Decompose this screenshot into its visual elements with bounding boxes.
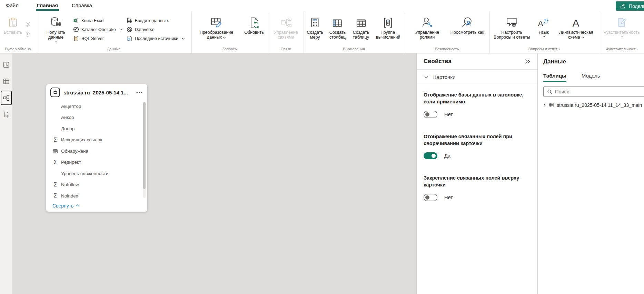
transform-data-button[interactable]: Преобразование данных bbox=[194, 14, 239, 45]
language-label: Язык bbox=[538, 30, 548, 35]
paste-icon bbox=[8, 14, 19, 28]
field-row[interactable]: Уровень вложенности bbox=[46, 168, 147, 179]
copy-button[interactable] bbox=[25, 32, 31, 38]
view-sidebar: DAX bbox=[0, 53, 12, 294]
dataverse-button[interactable]: Dataverse bbox=[127, 27, 185, 32]
sidebar-item-dax-query-view[interactable]: DAX bbox=[0, 107, 12, 122]
ribbon-group-relationships: Управление связями Связи bbox=[268, 11, 304, 53]
get-data-label: Получить данные bbox=[42, 30, 70, 40]
report-view-icon bbox=[3, 61, 10, 68]
search-input[interactable]: Поиск bbox=[543, 87, 644, 97]
ribbon-group-data: Получить данные Книга Excel bbox=[36, 11, 192, 53]
menu-home-active[interactable]: Главная bbox=[37, 2, 58, 8]
collapse-card-link[interactable]: Свернуть bbox=[46, 200, 147, 212]
dataverse-label: Dataverse bbox=[135, 27, 155, 32]
toggle-pin-related-fields[interactable] bbox=[424, 194, 437, 201]
field-row[interactable]: ΣNofollow bbox=[46, 179, 147, 191]
recent-sources-button[interactable]: Последние источники bbox=[127, 36, 185, 41]
tab-model[interactable]: Модель bbox=[582, 73, 600, 82]
qna-setup-button[interactable]: Настроить Вопросы и ответы bbox=[491, 14, 533, 45]
paste-button[interactable]: Вставить bbox=[3, 14, 23, 45]
card-scrollbar[interactable] bbox=[143, 102, 146, 198]
enter-data-button[interactable]: Введите данные. bbox=[127, 18, 185, 23]
search-icon bbox=[547, 89, 552, 94]
new-table-icon bbox=[356, 14, 367, 28]
language-button[interactable]: A Язык bbox=[535, 14, 552, 45]
new-measure-icon bbox=[310, 14, 320, 28]
dax-query-view-icon: DAX bbox=[3, 111, 10, 118]
field-row[interactable]: Анкор bbox=[46, 112, 147, 123]
properties-panel: Свойства Карточки Отображение базы данны… bbox=[416, 53, 537, 294]
new-table-button[interactable]: Создать таблицу bbox=[350, 14, 371, 45]
collapse-panel-icon[interactable] bbox=[525, 59, 531, 64]
setting-show-related-fields: Отображение связанных полей при сворачив… bbox=[424, 133, 531, 160]
collapse-label: Свернуть bbox=[52, 203, 73, 209]
manage-relationships-button[interactable]: Управление связями bbox=[270, 14, 302, 45]
new-column-button[interactable]: Создать столбец bbox=[327, 14, 348, 45]
tab-tables[interactable]: Таблицы bbox=[543, 73, 566, 82]
table-card-header[interactable]: strussia ru_2025-05-14 1... bbox=[46, 84, 147, 101]
sensitivity-button[interactable]: Чувствительность bbox=[601, 14, 642, 45]
new-column-label: Создать столбец bbox=[328, 30, 347, 40]
share-button[interactable]: Поделиться bbox=[616, 1, 644, 11]
field-list: Акцептор Анкор Донор ΣИсходящих ссылок О… bbox=[46, 101, 147, 200]
onelake-label: Каталог OneLake bbox=[81, 27, 116, 32]
sidebar-item-model-view[interactable] bbox=[1, 91, 12, 105]
refresh-button[interactable]: Обновить bbox=[242, 14, 266, 45]
field-row[interactable]: Акцептор bbox=[46, 101, 147, 112]
field-row[interactable]: ΣРедирект bbox=[46, 157, 147, 168]
sigma-icon: Σ bbox=[52, 159, 59, 165]
toggle-show-related-fields[interactable] bbox=[424, 152, 437, 159]
menu-file[interactable]: Файл bbox=[6, 2, 19, 8]
get-data-button[interactable]: Получить данные bbox=[41, 14, 71, 45]
excel-workbook-button[interactable]: Книга Excel bbox=[73, 18, 122, 23]
excel-icon bbox=[73, 18, 79, 23]
table-card[interactable]: strussia ru_2025-05-14 1... Акцептор Анк… bbox=[46, 84, 147, 212]
linguistic-schema-label: Лингвистическая схема bbox=[559, 30, 593, 40]
toggle-value: Нет bbox=[444, 195, 453, 200]
section-cards[interactable]: Карточки bbox=[417, 70, 537, 85]
group-label-relationships: Связи bbox=[268, 45, 304, 53]
manage-roles-label: Управление ролями bbox=[410, 30, 445, 40]
group-label-sensitivity: Чувствительность bbox=[599, 45, 644, 53]
sidebar-item-report-view[interactable] bbox=[0, 57, 12, 73]
table-tree-item[interactable]: strussia ru_2025-05-14 11_14_33_main bbox=[538, 102, 644, 108]
sigma-icon: Σ bbox=[52, 182, 59, 188]
linguistic-schema-button[interactable]: A Лингвистическая схема bbox=[555, 14, 597, 45]
setting-show-database: Отображение базы данных в заголовке, есл… bbox=[424, 91, 531, 118]
search-placeholder: Поиск bbox=[555, 89, 569, 94]
chevron-down-icon bbox=[182, 38, 185, 40]
calculation-group-button[interactable]: Группа вычислений bbox=[374, 14, 403, 45]
ribbon-group-security: Управление ролями Просмотреть как Безопа… bbox=[404, 11, 490, 53]
toggle-value: Нет bbox=[444, 112, 453, 117]
menu-help[interactable]: Справка bbox=[72, 2, 92, 8]
new-measure-button[interactable]: Создать меру bbox=[305, 14, 325, 45]
chevron-down-icon bbox=[581, 37, 584, 39]
calculation-group-icon bbox=[383, 14, 393, 28]
onelake-catalog-button[interactable]: Каталог OneLake bbox=[73, 27, 122, 32]
more-options-icon[interactable] bbox=[136, 91, 143, 94]
view-as-button[interactable]: Просмотреть как bbox=[449, 14, 485, 45]
manage-relationships-label: Управление связями bbox=[271, 30, 301, 40]
recent-sources-icon bbox=[127, 36, 132, 41]
sql-server-icon bbox=[73, 36, 79, 41]
cut-button[interactable] bbox=[25, 22, 31, 28]
field-row[interactable]: Обнаружена bbox=[46, 145, 147, 157]
field-row[interactable]: ΣИсходящих ссылок bbox=[46, 134, 147, 146]
sidebar-item-table-view[interactable] bbox=[0, 73, 12, 89]
ribbon-group-qna: Настроить Вопросы и ответы A Язык A Линг… bbox=[490, 11, 599, 53]
model-view-icon bbox=[3, 94, 10, 101]
sql-server-label: SQL Server bbox=[81, 36, 104, 41]
qna-setup-icon bbox=[506, 14, 518, 28]
setting-label: Отображение связанных полей при сворачив… bbox=[424, 133, 527, 147]
card-scrollbar-thumb[interactable] bbox=[143, 102, 146, 189]
field-row[interactable]: Донор bbox=[46, 123, 147, 134]
chevron-right-icon bbox=[543, 103, 546, 107]
toggle-show-database[interactable] bbox=[424, 111, 437, 118]
sql-server-button[interactable]: SQL Server bbox=[73, 36, 122, 41]
field-row[interactable]: ΣNoindex bbox=[46, 190, 147, 200]
group-label-security: Безопасность bbox=[404, 45, 489, 53]
model-canvas[interactable]: strussia ru_2025-05-14 1... Акцептор Анк… bbox=[12, 53, 416, 294]
manage-roles-button[interactable]: Управление ролями bbox=[409, 14, 446, 45]
table-icon bbox=[548, 102, 554, 108]
